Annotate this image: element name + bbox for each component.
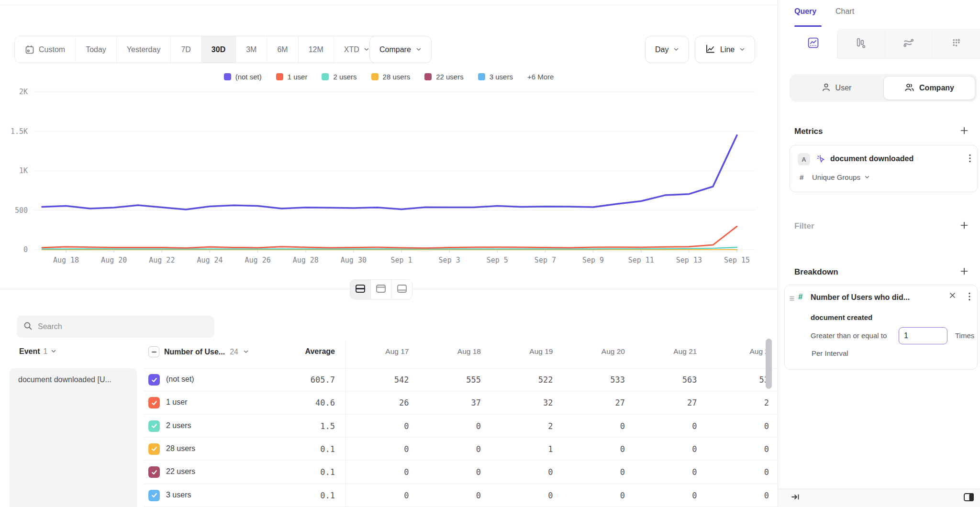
interval-dropdown[interactable]: Day (645, 36, 689, 63)
split-view-icon (355, 284, 366, 295)
legend-swatch (224, 73, 231, 80)
measure-hash-icon: # (800, 173, 803, 181)
table-row-28-users[interactable]: 28 users0.1001000 (144, 438, 778, 461)
legend-item-not-set[interactable]: (not set) (224, 73, 262, 81)
metric-card[interactable]: A document downloaded # Unique Groups (790, 145, 978, 192)
chart-type-flow-button[interactable] (885, 29, 933, 58)
range-today[interactable]: Today (76, 36, 117, 63)
search-input[interactable] (38, 322, 208, 331)
row-checkbox[interactable] (148, 420, 160, 432)
legend-item-1-user[interactable]: 1 user (276, 73, 308, 81)
add-metric-button[interactable] (959, 125, 969, 137)
active-tab-underline (794, 25, 822, 27)
row-checkbox[interactable] (148, 466, 160, 478)
add-breakdown-button[interactable] (959, 266, 969, 278)
breakdown-per-interval-label: Per Interval (812, 349, 848, 357)
row-checkbox[interactable] (148, 490, 160, 501)
group-column-header[interactable]: Number of Use... 24 (148, 346, 249, 357)
legend-item-28-users[interactable]: 28 users (371, 73, 411, 81)
layout-split-button[interactable] (350, 280, 371, 299)
chart-type-line-button[interactable] (790, 29, 837, 58)
chart-type-bar-button[interactable] (837, 29, 885, 58)
x-axis-tick-label: Aug 24 (197, 256, 223, 265)
query-panel: Query Chart (778, 0, 980, 507)
layout-top-button[interactable] (371, 280, 391, 299)
metric-menu-button[interactable] (969, 154, 971, 164)
row-checkbox[interactable] (148, 374, 160, 386)
chart-series-not-set[interactable] (42, 135, 737, 209)
breakdown-menu-button[interactable] (969, 292, 970, 302)
table-row-2-users[interactable]: 2 users1.5002000 (144, 415, 778, 438)
tab-chart[interactable]: Chart (835, 7, 854, 16)
legend-item-2-users[interactable]: 2 users (322, 73, 356, 81)
group-header-label: Number of Use... (164, 348, 225, 356)
range-30d[interactable]: 30D (201, 36, 236, 63)
event-list-panel[interactable]: document downloaded [U... (10, 368, 137, 507)
chart-series-1-user[interactable] (42, 226, 737, 248)
entity-option-company[interactable]: Company (883, 76, 975, 100)
table-row-1-user[interactable]: 1 user40.626373227272 (144, 391, 778, 414)
chart-type-more-button[interactable] (932, 29, 980, 58)
interval-label: Day (655, 45, 668, 54)
entity-company-label: Company (919, 84, 954, 92)
event-column-header[interactable]: Event 1 (19, 347, 56, 356)
top-panel-icon (376, 284, 386, 295)
table-row-22-users[interactable]: 22 users0.1000000 (144, 461, 778, 484)
row-checkbox[interactable] (148, 397, 160, 408)
range-7d[interactable]: 7D (171, 36, 201, 63)
date-column-headers: Aug 17Aug 18Aug 19Aug 20Aug 21Aug 2 (345, 347, 778, 356)
legend-more[interactable]: +6 More (527, 73, 554, 81)
row-value: 0 (490, 491, 562, 500)
chevron-down-icon (673, 45, 679, 54)
row-values: 001000 (345, 444, 778, 454)
x-axis-tick-label: Aug 26 (245, 256, 271, 265)
breakdown-card[interactable]: # Number of Users who did... document cr… (784, 285, 978, 370)
table-row-not-set[interactable]: (not set)605.754255552253356353 (144, 368, 778, 391)
row-checkbox[interactable] (148, 443, 160, 455)
layout-bottom-button[interactable] (391, 280, 412, 299)
chart-type-dropdown[interactable]: Line (695, 36, 755, 63)
x-axis-tick-label: Sep 5 (487, 256, 508, 265)
breakdown-section-header: Breakdown (794, 266, 969, 278)
row-value: 0 (345, 467, 418, 477)
legend-swatch (424, 73, 432, 80)
number-property-icon: # (798, 292, 802, 302)
row-value: 0 (562, 421, 634, 431)
select-all-checkbox[interactable] (148, 346, 159, 357)
measure-dropdown[interactable]: Unique Groups (812, 173, 870, 181)
toggle-sidebar-button[interactable] (963, 493, 974, 503)
drag-handle-icon[interactable] (789, 295, 795, 303)
metric-event-name: document downloaded (830, 154, 913, 163)
remove-breakdown-button[interactable] (949, 292, 956, 300)
table-row-3-users[interactable]: 3 users0.1000000 (144, 484, 778, 507)
row-value: 0 (562, 444, 634, 454)
date-header: Aug 20 (562, 347, 634, 356)
range-custom[interactable]: Custom (15, 36, 76, 63)
entity-option-user[interactable]: User (790, 74, 883, 102)
tab-query[interactable]: Query (794, 7, 816, 16)
add-filter-button[interactable] (959, 220, 969, 232)
legend-item-3-users[interactable]: 3 users (478, 73, 513, 81)
breakdown-value-input[interactable] (899, 327, 947, 344)
metric-badge: A (798, 153, 810, 165)
plus-icon (960, 224, 969, 231)
y-axis-tick-label: 500 (15, 206, 28, 215)
range-6m[interactable]: 6M (267, 36, 298, 63)
plus-icon (960, 270, 969, 277)
collapse-panel-button[interactable] (791, 493, 800, 503)
row-value: 0 (634, 444, 706, 454)
compare-button[interactable]: Compare (369, 36, 432, 63)
entity-toggle: User Company (790, 74, 977, 102)
range-12m[interactable]: 12M (299, 36, 334, 63)
legend-item-22-users[interactable]: 22 users (424, 73, 464, 81)
event-header-label: Event (19, 347, 40, 356)
range-3m[interactable]: 3M (236, 36, 267, 63)
filter-section-header: Filter (794, 220, 969, 232)
breakdown-title: Breakdown (794, 267, 838, 277)
range-yesterday[interactable]: Yesterday (117, 36, 171, 63)
table-scrollbar[interactable] (766, 339, 772, 389)
row-value: 0 (634, 467, 706, 477)
x-axis-tick-label: Sep 15 (724, 256, 750, 265)
x-axis-tick-label: Sep 1 (390, 256, 412, 265)
row-value: 2 (490, 421, 562, 431)
